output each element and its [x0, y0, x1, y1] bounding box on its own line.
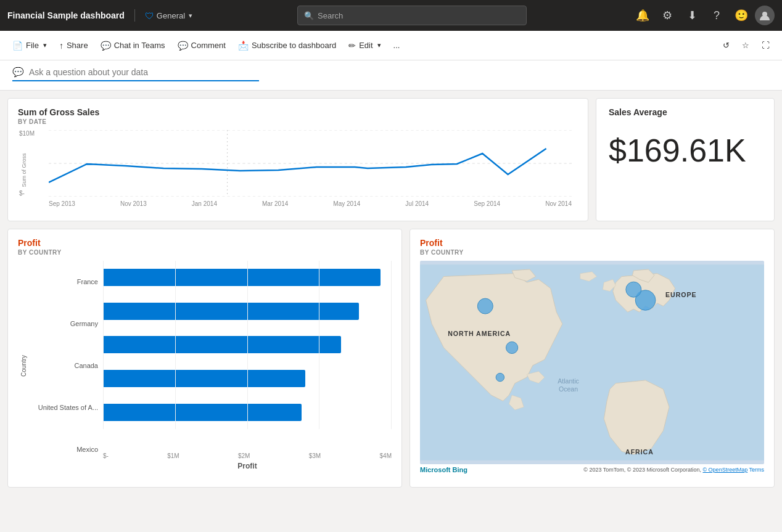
country-germany: Germany — [70, 320, 98, 327]
top-row: Sum of Gross Sales BY DATE $10M $- Sum o… — [7, 98, 775, 221]
more-button[interactable]: ... — [389, 38, 405, 53]
file-icon: 📄 — [12, 41, 23, 51]
bar-row-france — [103, 266, 392, 289]
europe-label: EUROPE — [665, 291, 696, 298]
edit-button[interactable]: ✏ Edit ▾ — [344, 38, 385, 54]
bubble-usa — [506, 342, 518, 353]
bottom-row: Profit BY COUNTRY Country France Germany… — [7, 229, 775, 488]
bing-logo: Microsoft Bing — [420, 466, 467, 473]
country-mexico: Mexico — [76, 446, 98, 453]
bar-canada — [103, 336, 341, 353]
terms-link[interactable]: Terms — [749, 467, 765, 473]
feedback-button[interactable]: 🙂 — [730, 4, 752, 27]
x-label-3m: $3M — [309, 452, 321, 459]
download-button[interactable]: ⬇ — [681, 4, 703, 27]
x-label-may2014: May 2014 — [333, 200, 360, 207]
fullscreen-button[interactable]: ⛶ — [757, 38, 775, 53]
edit-chevron: ▾ — [377, 41, 381, 49]
search-input[interactable] — [318, 11, 520, 20]
subscribe-icon: 📩 — [238, 41, 249, 51]
openstreetmap-link[interactable]: © OpenStreetMap — [702, 467, 747, 473]
country-usa: United States of A... — [38, 404, 98, 411]
y-label-0: $- — [19, 190, 35, 197]
qna-input-container[interactable]: 💬 — [12, 67, 259, 81]
chat-in-teams-button[interactable]: 💬 Chat in Teams — [96, 38, 170, 54]
share-button[interactable]: ↑ Share — [54, 38, 93, 54]
atlantic-label: Atlantic — [558, 377, 579, 385]
share-icon: ↑ — [59, 41, 64, 51]
toolbar: 📄 File ▾ ↑ Share 💬 Chat in Teams 💬 Comme… — [0, 31, 782, 60]
app-title: Financial Sample dashboard — [7, 10, 125, 20]
profit-bar-title: Profit — [18, 238, 392, 248]
x-label-jan2014: Jan 2014 — [192, 200, 217, 207]
gross-sales-subtitle: BY DATE — [18, 118, 578, 125]
refresh-button[interactable]: ↺ — [718, 38, 735, 53]
refresh-icon: ↺ — [723, 41, 730, 50]
comment-icon: 💬 — [178, 41, 188, 51]
gross-sales-chart-card: Sum of Gross Sales BY DATE $10M $- Sum o… — [7, 98, 588, 221]
line-chart-svg — [49, 130, 572, 197]
favorite-button[interactable]: ☆ — [737, 38, 754, 53]
bubble-germany — [626, 282, 641, 297]
environment-label: General — [157, 11, 185, 20]
main-content: Sum of Gross Sales BY DATE $10M $- Sum o… — [0, 91, 782, 495]
x-label-2m: $2M — [238, 452, 250, 459]
bar-row-canada — [103, 334, 392, 356]
copyright-text: © 2023 TomTom, © 2023 Microsoft Corporat… — [583, 467, 764, 473]
settings-button[interactable]: ⚙ — [656, 4, 678, 27]
environment-badge[interactable]: 🛡 General ▾ — [145, 10, 192, 21]
gross-sales-title: Sum of Gross Sales — [18, 107, 578, 117]
map-svg: Atlantic Ocean NORTH AMERICA EUROPE AFRI… — [420, 261, 764, 464]
chevron-down-icon: ▾ — [189, 12, 192, 20]
y-label-10m: $10M — [19, 130, 35, 137]
africa-label: AFRICA — [625, 448, 654, 456]
qna-bar[interactable]: 💬 — [0, 60, 782, 91]
country-canada: Canada — [74, 362, 98, 369]
y-axis-label: Sum of Gross — [21, 153, 27, 187]
bar-chart-container: Country France Germany Canada United Sta… — [18, 261, 392, 470]
bing-text: Microsoft Bing — [420, 466, 467, 473]
x-label-sep2014: Sep 2014 — [474, 200, 500, 207]
subscribe-button[interactable]: 📩 Subscribe to dashboard — [233, 38, 341, 54]
x-label-nov2013: Nov 2013 — [120, 200, 147, 207]
profit-map-title: Profit — [420, 238, 764, 248]
teams-icon: 💬 — [101, 41, 111, 51]
bar-france — [103, 269, 381, 286]
comment-button[interactable]: 💬 Comment — [173, 38, 231, 54]
search-bar[interactable]: 🔍 — [297, 6, 527, 25]
fullscreen-icon: ⛶ — [762, 41, 770, 50]
avatar[interactable] — [755, 6, 775, 25]
profit-map-card: Profit BY COUNTRY — [410, 229, 775, 488]
top-nav: Financial Sample dashboard 🛡 General ▾ 🔍… — [0, 0, 782, 31]
notification-button[interactable]: 🔔 — [632, 4, 654, 27]
help-button[interactable]: ? — [706, 4, 728, 27]
sales-avg-title: Sales Average — [609, 107, 667, 117]
bar-mexico — [103, 404, 302, 421]
x-label-4m: $4M — [380, 452, 392, 459]
nav-divider — [134, 9, 135, 22]
bar-y-axis-label: Country — [18, 261, 29, 470]
edit-icon: ✏ — [348, 41, 356, 51]
file-button[interactable]: 📄 File ▾ — [7, 38, 52, 54]
file-chevron: ▾ — [43, 41, 47, 49]
bar-chart-bars-area: $- $1M $2M $3M $4M Profit — [103, 261, 392, 470]
country-france: France — [77, 278, 98, 285]
x-axis-labels: Sep 2013 Nov 2013 Jan 2014 Mar 2014 May … — [49, 200, 572, 207]
bar-country-labels: France Germany Canada United States of A… — [29, 261, 103, 470]
shield-icon: 🛡 — [145, 10, 154, 21]
x-label-mar2014: Mar 2014 — [262, 200, 288, 207]
qna-chat-icon: 💬 — [12, 67, 24, 78]
star-icon: ☆ — [742, 41, 749, 50]
x-label-nov2014: Nov 2014 — [545, 200, 572, 207]
bar-row-germany — [103, 300, 392, 322]
bar-x-axis-label: Profit — [103, 462, 392, 470]
profit-bar-subtitle: BY COUNTRY — [18, 249, 392, 256]
qna-input[interactable] — [29, 67, 239, 77]
bar-row-mexico — [103, 401, 392, 424]
bar-germany — [103, 303, 359, 320]
sales-average-card: Sales Average $169.61K — [596, 98, 775, 221]
x-label-0: $- — [103, 452, 109, 459]
toolbar-right: ↺ ☆ ⛶ — [718, 38, 775, 53]
bar-rows — [103, 261, 392, 448]
map-copyright: Microsoft Bing © 2023 TomTom, © 2023 Mic… — [420, 466, 764, 473]
